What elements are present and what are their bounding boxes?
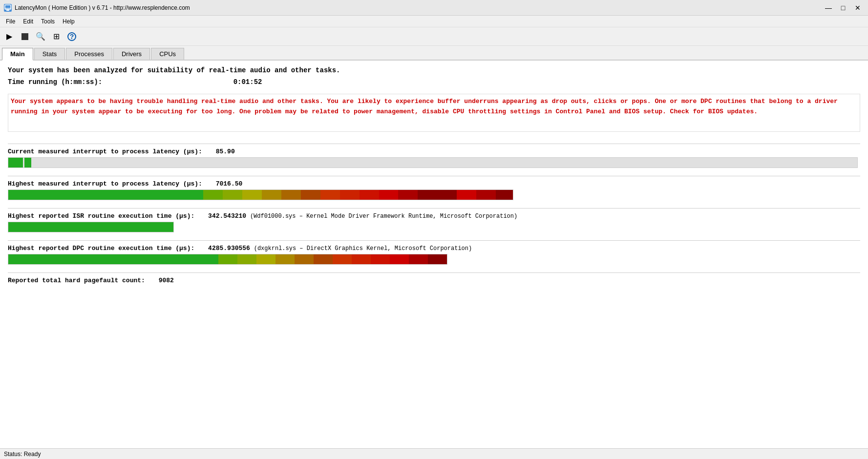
status-bar: Status: Ready bbox=[0, 448, 868, 459]
app-icon bbox=[4, 4, 12, 12]
warning-text: Your system appears to be having trouble… bbox=[10, 96, 850, 118]
menu-bar: File Edit Tools Help bbox=[0, 16, 868, 27]
svg-rect-0 bbox=[5, 5, 11, 9]
title-bar-left: LatencyMon ( Home Edition ) v 6.71 - htt… bbox=[4, 4, 190, 12]
menu-edit[interactable]: Edit bbox=[19, 17, 37, 26]
minimize-button[interactable]: — bbox=[822, 1, 835, 14]
metric-current-label: Current measured interrupt to process la… bbox=[8, 148, 860, 155]
metric-pagefault-label: Reported total hard pagefault count: 908… bbox=[8, 277, 860, 284]
monitor-button[interactable]: ⊞ bbox=[49, 29, 64, 44]
play-button[interactable]: ▶ bbox=[2, 29, 17, 44]
tab-main[interactable]: Main bbox=[2, 48, 33, 61]
bar-seg-green-2 bbox=[24, 158, 31, 167]
scan-icon: 🔍 bbox=[36, 32, 45, 41]
metric-highest-dpc: Highest reported DPC routine execution t… bbox=[8, 245, 860, 265]
highest-isr-bar bbox=[8, 222, 174, 232]
metric-highest-isr-label: Highest reported ISR routine execution t… bbox=[8, 212, 860, 220]
app-title: LatencyMon ( Home Edition ) v 6.71 - htt… bbox=[15, 4, 190, 11]
maximize-button[interactable]: □ bbox=[837, 1, 849, 14]
main-content: Your system has been analyzed for suitab… bbox=[0, 61, 868, 448]
metric-current-interrupt: Current measured interrupt to process la… bbox=[8, 148, 860, 168]
status-text: Status: Ready bbox=[4, 451, 41, 458]
metric-pagefault-value: 9082 bbox=[159, 277, 174, 284]
divider-2 bbox=[8, 176, 860, 176]
metric-highest-interrupt-value: 7016.50 bbox=[216, 180, 243, 188]
metric-pagefault: Reported total hard pagefault count: 908… bbox=[8, 277, 860, 284]
tab-drivers[interactable]: Drivers bbox=[113, 48, 150, 60]
tab-bar: Main Stats Processes Drivers CPUs bbox=[0, 46, 868, 61]
stop-button[interactable] bbox=[18, 29, 32, 44]
window-controls: — □ ✕ bbox=[822, 1, 864, 14]
scan-button[interactable]: 🔍 bbox=[33, 29, 48, 44]
play-icon: ▶ bbox=[6, 32, 12, 41]
time-line: Time running (h:mm:ss): 0:01:52 bbox=[8, 78, 860, 86]
tab-stats[interactable]: Stats bbox=[34, 48, 65, 60]
time-value: 0:01:52 bbox=[233, 78, 262, 86]
help-icon: ? bbox=[67, 32, 76, 41]
metric-highest-isr-detail: (Wdf01000.sys – Kernel Mode Driver Frame… bbox=[250, 213, 517, 220]
metric-highest-isr: Highest reported ISR routine execution t… bbox=[8, 212, 860, 232]
svg-rect-1 bbox=[6, 10, 9, 11]
highest-interrupt-bar bbox=[8, 189, 513, 200]
title-bar: LatencyMon ( Home Edition ) v 6.71 - htt… bbox=[0, 0, 868, 16]
toolbar: ▶ 🔍 ⊞ ? bbox=[0, 27, 868, 46]
help-button[interactable]: ? bbox=[64, 29, 79, 44]
current-interrupt-bar bbox=[8, 157, 858, 168]
tab-processes[interactable]: Processes bbox=[66, 48, 112, 60]
divider-3 bbox=[8, 208, 860, 209]
metric-highest-interrupt-label: Highest measured interrupt to process la… bbox=[8, 180, 860, 188]
monitor-icon: ⊞ bbox=[53, 32, 60, 41]
metric-highest-dpc-value: 4285.930556 bbox=[208, 245, 250, 252]
divider-5 bbox=[8, 272, 860, 273]
menu-tools[interactable]: Tools bbox=[37, 17, 59, 26]
metric-highest-isr-value: 342.543210 bbox=[208, 212, 246, 220]
menu-help[interactable]: Help bbox=[59, 17, 79, 26]
analysis-text: Your system has been analyzed for suitab… bbox=[8, 66, 860, 74]
divider-4 bbox=[8, 240, 860, 241]
highest-dpc-bar bbox=[8, 254, 447, 265]
metric-highest-interrupt: Highest measured interrupt to process la… bbox=[8, 180, 860, 200]
stop-icon bbox=[21, 33, 28, 40]
divider-1 bbox=[8, 144, 860, 144]
bar-seg-green-1 bbox=[8, 158, 23, 167]
menu-file[interactable]: File bbox=[2, 17, 19, 26]
warning-container: Your system appears to be having trouble… bbox=[8, 94, 860, 132]
time-label: Time running (h:mm:ss): bbox=[8, 78, 102, 86]
metric-current-value: 85.90 bbox=[216, 148, 235, 155]
warning-scroll-area[interactable]: Your system appears to be having trouble… bbox=[8, 94, 860, 132]
close-button[interactable]: ✕ bbox=[851, 1, 864, 14]
metric-highest-dpc-detail: (dxgkrnl.sys – DirectX Graphics Kernel, … bbox=[254, 245, 472, 252]
tab-cpus[interactable]: CPUs bbox=[151, 48, 184, 60]
metric-highest-dpc-label: Highest reported DPC routine execution t… bbox=[8, 245, 860, 252]
